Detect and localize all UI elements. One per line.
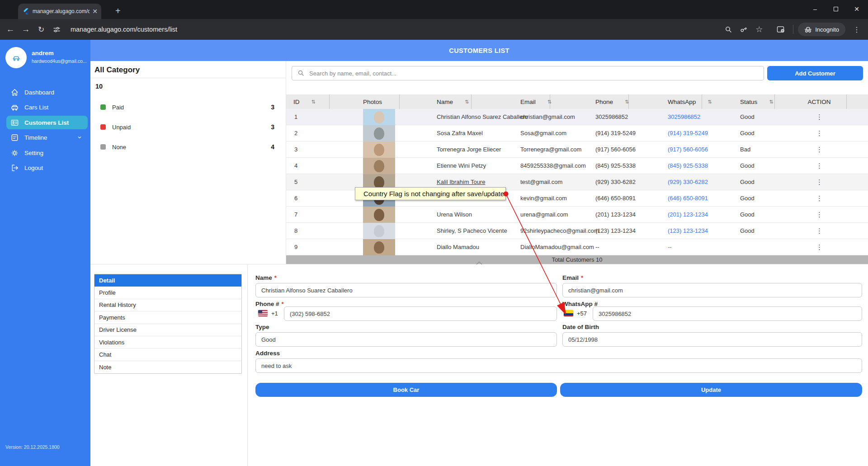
cell-name[interactable]: Diallo Mamadou <box>400 244 472 250</box>
cell-name[interactable]: Shirley, S Pacheco Vicente <box>400 227 472 234</box>
type-label: Type <box>255 324 269 330</box>
detail-tab[interactable]: Detail <box>94 274 241 287</box>
user-name: andrem <box>32 50 54 56</box>
site-info-icon[interactable] <box>49 26 64 33</box>
customer-photo[interactable] <box>363 109 395 125</box>
table-body: 1 Christian Alfonso Suarez Caballero chr… <box>286 109 868 256</box>
type-field[interactable]: Good <box>255 332 557 347</box>
whatsapp-field[interactable]: 3025986852 <box>593 306 862 321</box>
row-actions-menu-icon[interactable]: ⋮ <box>816 227 823 235</box>
address-field[interactable]: need to ask <box>255 358 862 373</box>
customer-photo[interactable] <box>363 125 395 141</box>
name-field[interactable]: Christian Alfonso Suarez Caballero <box>255 283 557 297</box>
browser-tab[interactable]: manager.alugago.com/custome ✕ <box>18 4 101 19</box>
cell-name[interactable]: Etienne Wini Petzy <box>400 162 472 169</box>
detail-tab[interactable]: Violations <box>94 336 241 348</box>
chevron-down-icon[interactable] <box>77 135 82 140</box>
book-car-button[interactable]: Book Car <box>255 383 557 397</box>
column-header-status[interactable]: Status⇅ <box>702 94 775 109</box>
table-row[interactable]: 3 Torrenegra Jorge Eliecer Torrenegra@gm… <box>286 141 868 158</box>
customer-photo[interactable] <box>363 239 395 255</box>
sort-icon[interactable]: ⇅ <box>625 99 629 105</box>
colombia-flag-icon[interactable] <box>564 310 573 316</box>
table-row[interactable]: 9 Diallo Mamadou DialloMamadou@gmail.com… <box>286 239 868 255</box>
table-row[interactable]: 8 Shirley, S Pacheco Vicente 92shirleypa… <box>286 223 868 239</box>
row-actions-menu-icon[interactable]: ⋮ <box>816 194 823 202</box>
bookmark-star-icon[interactable]: ☆ <box>751 24 767 34</box>
column-header-name[interactable]: Name⇅ <box>400 94 472 109</box>
sidebar-item-customers-list[interactable]: Customers List <box>0 116 90 129</box>
tab-close-icon[interactable]: ✕ <box>92 8 98 15</box>
email-field[interactable]: christian@gmail.com <box>562 283 862 297</box>
cell-name[interactable]: Torrenegra Jorge Eliecer <box>400 146 472 153</box>
us-flag-icon[interactable] <box>258 310 268 316</box>
search-toolbar-icon[interactable] <box>721 26 736 33</box>
whatsapp-link[interactable]: -- <box>668 244 672 250</box>
reload-icon[interactable]: ↻ <box>33 25 49 34</box>
cell-name[interactable]: Christian Alfonso Suarez Caballero <box>400 113 472 120</box>
column-header-phone[interactable]: Phone⇅ <box>550 94 629 109</box>
sidebar-item-timeline[interactable]: Timeline <box>0 131 90 144</box>
cell-name[interactable]: Sosa Zafra Maxel <box>400 130 472 137</box>
window-close-button[interactable]: ✕ <box>846 0 867 18</box>
cell-name[interactable]: Kalil Ibrahim Toure <box>400 179 472 185</box>
detail-tab[interactable]: Payments <box>94 311 241 324</box>
row-actions-menu-icon[interactable]: ⋮ <box>816 178 823 186</box>
column-header-email[interactable]: Email⇅ <box>472 94 550 109</box>
customer-photo[interactable] <box>363 207 395 223</box>
row-actions-menu-icon[interactable]: ⋮ <box>816 162 823 170</box>
legend-item[interactable]: Paid 3 <box>90 97 286 117</box>
row-actions-menu-icon[interactable]: ⋮ <box>816 129 823 137</box>
whatsapp-link[interactable]: 3025986852 <box>668 113 700 120</box>
sidebar-item-cars-list[interactable]: Cars List <box>0 100 90 114</box>
customer-photo[interactable] <box>363 141 395 158</box>
table-row[interactable]: 7 Urena Wilson urena@gmail.com (201) 123… <box>286 207 868 223</box>
window-minimize-button[interactable]: – <box>805 0 826 18</box>
legend-item[interactable]: None 4 <box>90 137 286 157</box>
table-row[interactable]: 1 Christian Alfonso Suarez Caballero chr… <box>286 109 868 125</box>
forward-icon[interactable]: → <box>18 24 33 34</box>
sidebar-item-dashboard[interactable]: Dashboard <box>0 85 90 99</box>
column-header-id[interactable]: ID⇅ <box>286 94 330 109</box>
table-row[interactable]: 2 Sosa Zafra Maxel Sosa@gmail.com (914) … <box>286 125 868 141</box>
cell-phone: (646) 650-8091 <box>550 195 629 202</box>
status-badge: Bad <box>702 146 775 153</box>
cell-email: 92shirleypacheco@gmail.com <box>472 227 550 234</box>
sidebar-item-setting[interactable]: Setting <box>0 146 90 160</box>
customer-photo[interactable] <box>363 158 395 174</box>
detail-tab[interactable]: Note <box>94 361 241 373</box>
detail-tab[interactable]: Rental History <box>94 299 241 311</box>
row-actions-menu-icon[interactable]: ⋮ <box>816 146 823 154</box>
sort-icon[interactable]: ⇅ <box>769 99 773 105</box>
sort-icon[interactable]: ⇅ <box>311 99 316 105</box>
detail-tab[interactable]: Driver License <box>94 324 241 336</box>
column-header-whatsapp[interactable]: WhatsApp⇅ <box>629 94 702 109</box>
phone-field[interactable]: (302) 598-6852 <box>284 306 557 321</box>
timeline-icon <box>10 133 19 142</box>
row-actions-menu-icon[interactable]: ⋮ <box>816 243 823 251</box>
table-row[interactable]: 4 Etienne Wini Petzy 8459255338@gmail.co… <box>286 158 868 174</box>
add-customer-button[interactable]: Add Customer <box>767 66 863 80</box>
search-input[interactable]: Search by name, email, contact... <box>292 66 764 80</box>
cell-id: 2 <box>286 130 330 137</box>
sort-icon[interactable]: ⇅ <box>465 99 469 105</box>
detail-tab[interactable]: Profile <box>94 287 241 299</box>
cell-name[interactable]: Urena Wilson <box>400 211 472 218</box>
password-key-icon[interactable] <box>736 25 751 33</box>
tab-search-panel-icon[interactable] <box>773 26 788 33</box>
legend-item[interactable]: Unpaid 3 <box>90 117 286 137</box>
sidebar-item-logout[interactable]: Logout <box>0 161 90 174</box>
avatar[interactable] <box>5 47 27 68</box>
detail-tab[interactable]: Chat <box>94 348 241 361</box>
new-tab-button[interactable]: + <box>115 5 121 16</box>
dob-field[interactable]: 05/12/1998 <box>562 332 862 347</box>
update-button[interactable]: Update <box>560 383 862 397</box>
cell-id: 4 <box>286 162 330 169</box>
browser-menu-icon[interactable]: ⋮ <box>849 25 864 34</box>
window-maximize-button[interactable] <box>826 0 846 18</box>
customer-photo[interactable] <box>363 223 395 239</box>
back-icon[interactable]: ← <box>3 24 18 34</box>
row-actions-menu-icon[interactable]: ⋮ <box>816 211 823 219</box>
address-bar-url[interactable]: manager.alugago.com/customers/list <box>71 26 177 33</box>
row-actions-menu-icon[interactable]: ⋮ <box>816 113 823 121</box>
